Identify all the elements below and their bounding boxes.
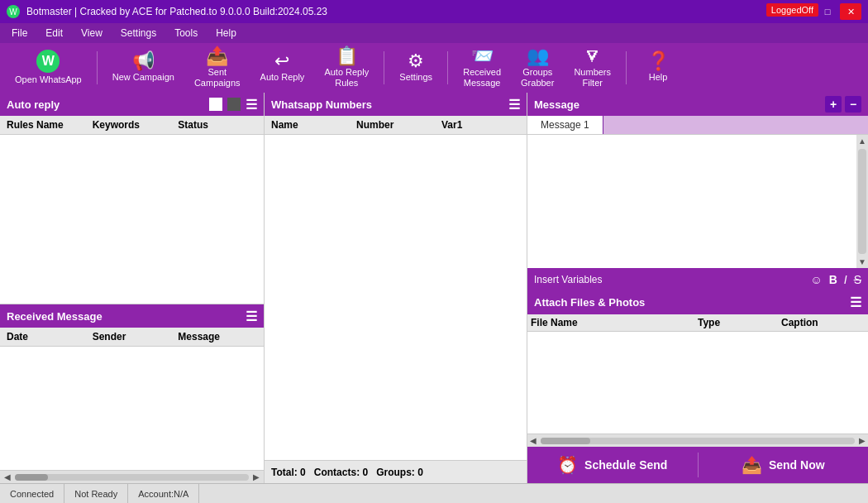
emoji-icon[interactable]: ☺ (810, 273, 822, 286)
files-section: File Name Type Caption ◀ ▶ (527, 314, 868, 448)
received-message-icon: 📨 (471, 47, 494, 65)
received-message-button[interactable]: 📨 ReceivedMessage (455, 46, 509, 89)
auto-reply-rules-button[interactable]: 📋 Auto ReplyRules (316, 46, 377, 89)
total-value: 0 (300, 467, 306, 478)
scroll-vertical-track[interactable] (858, 149, 866, 254)
hscroll-thumb[interactable] (541, 438, 590, 444)
whatsapp-numbers-header: Whatsapp Numbers ☰ (265, 93, 527, 116)
auto-reply-body (0, 135, 264, 304)
right-panel: Message + − Message 1 ▲ ▼ Insert Variabl… (527, 93, 868, 483)
settings-icon: ⚙ (408, 52, 424, 70)
message-header-controls: + − (825, 96, 861, 113)
hscroll-right-arrow[interactable]: ▶ (856, 436, 868, 445)
wa-numbers-body (265, 135, 527, 460)
menu-view[interactable]: View (73, 26, 111, 41)
groups-grabber-icon: 👥 (527, 47, 549, 65)
menu-edit[interactable]: Edit (37, 26, 71, 41)
message-add-button[interactable]: + (825, 96, 842, 113)
message-scrollbar-vertical[interactable]: ▲ ▼ (856, 135, 868, 268)
send-now-label: Send Now (769, 458, 825, 472)
help-icon: ❓ (647, 52, 670, 70)
hscroll-track[interactable] (541, 438, 855, 444)
middle-panel: Whatsapp Numbers ☰ Name Number Var1 Tota… (265, 93, 527, 483)
toolbar-separator-4 (626, 51, 627, 84)
col-caption: Caption (781, 317, 865, 328)
send-now-icon: 📤 (742, 455, 762, 475)
numbers-filter-button[interactable]: ⛛ NumbersFilter (565, 46, 619, 89)
white-square-icon[interactable] (209, 98, 222, 111)
auto-reply-label: Auto Reply (260, 72, 305, 83)
sent-campaigns-label: SentCampaigns (194, 67, 241, 89)
help-label: Help (649, 72, 668, 83)
contacts-label: Contacts: 0 (314, 467, 368, 478)
whatsapp-icon: W (36, 50, 60, 73)
wa-numbers-columns: Name Number Var1 (265, 116, 527, 135)
settings-button[interactable]: ⚙ Settings (391, 46, 441, 89)
col-date: Date (3, 330, 89, 343)
col-message: Message (174, 330, 260, 343)
title-text: Botmaster | Cracked by ACE for Patched.t… (26, 6, 327, 17)
col-name: Name (268, 118, 353, 132)
campaign-icon: 📢 (132, 52, 155, 70)
left-panel: Auto reply ☰ Rules Name Keywords Status … (0, 93, 265, 483)
loggedoff-badge: LoggedOff (766, 3, 818, 17)
menu-file[interactable]: File (3, 26, 36, 41)
scroll-down-arrow[interactable]: ▼ (856, 256, 868, 268)
wa-numbers-controls: ☰ (508, 97, 520, 113)
scroll-left-arrow[interactable]: ◀ (2, 472, 13, 481)
schedule-send-button[interactable]: ⏰ Schedule Send (527, 447, 698, 483)
groups-grabber-button[interactable]: 👥 GroupsGrabber (513, 46, 562, 89)
open-whatsapp-label: Open WhatsApp (15, 74, 82, 85)
col-status: Status (174, 118, 260, 132)
new-campaign-button[interactable]: 📢 New Campaign (104, 46, 183, 89)
files-scrollbar-horizontal[interactable]: ◀ ▶ (527, 434, 868, 447)
message-remove-button[interactable]: − (845, 96, 861, 113)
attach-files-bar: Attach Files & Photos ☰ (527, 291, 868, 314)
scroll-thumb[interactable] (15, 474, 48, 481)
wa-numbers-menu-icon[interactable]: ☰ (508, 97, 520, 113)
send-now-button[interactable]: 📤 Send Now (699, 447, 869, 483)
attach-menu-icon[interactable]: ☰ (850, 295, 861, 310)
message-text-area[interactable]: ▲ ▼ (527, 135, 868, 268)
help-button[interactable]: ❓ Help (633, 46, 683, 89)
maximize-button[interactable]: □ (817, 3, 838, 20)
auto-reply-menu-icon[interactable]: ☰ (246, 97, 257, 113)
auto-reply-icon: ↩ (274, 52, 289, 70)
message-tab-1[interactable]: Message 1 (527, 116, 603, 134)
italic-icon[interactable]: I (844, 273, 847, 286)
received-message-section: Received Message ☰ Date Sender Message (0, 304, 264, 470)
status-not-ready: Not Ready (64, 484, 128, 503)
col-sender: Sender (89, 330, 175, 343)
sent-campaigns-icon: 📤 (206, 47, 228, 65)
col-keywords: Keywords (89, 118, 175, 132)
strikethrough-icon[interactable]: S (854, 273, 861, 286)
sent-campaigns-button[interactable]: 📤 SentCampaigns (186, 46, 249, 89)
dark-square-icon[interactable] (227, 98, 241, 111)
auto-reply-title: Auto reply (7, 98, 60, 111)
auto-reply-button[interactable]: ↩ Auto Reply (252, 46, 313, 89)
message-textarea[interactable] (527, 135, 868, 268)
close-button[interactable]: ✕ (840, 3, 861, 20)
left-scrollbar[interactable]: ◀ ▶ (0, 470, 264, 483)
status-account: Account:N/A (128, 484, 199, 503)
menu-settings[interactable]: Settings (112, 26, 165, 41)
received-message-header: Received Message ☰ (0, 304, 264, 328)
menu-tools[interactable]: Tools (166, 26, 206, 41)
whatsapp-numbers-title: Whatsapp Numbers (271, 98, 372, 111)
menu-help[interactable]: Help (207, 26, 245, 41)
col-number: Number (353, 118, 438, 132)
titlebar: W Botmaster | Cracked by ACE for Patched… (0, 0, 868, 23)
attach-files-title: Attach Files & Photos (534, 296, 645, 309)
bold-icon[interactable]: B (829, 273, 837, 286)
received-menu-icon[interactable]: ☰ (246, 309, 257, 324)
col-rules-name: Rules Name (3, 118, 89, 132)
scroll-right-arrow[interactable]: ▶ (250, 472, 262, 481)
app-icon: W (7, 5, 20, 18)
open-whatsapp-button[interactable]: W Open WhatsApp (7, 46, 90, 89)
scroll-track[interactable] (15, 474, 249, 481)
hscroll-left-arrow[interactable]: ◀ (527, 436, 539, 445)
scroll-up-arrow[interactable]: ▲ (856, 135, 868, 147)
bottom-action-bar: ⏰ Schedule Send 📤 Send Now (527, 447, 868, 483)
format-controls: ☺ B I S (810, 273, 861, 286)
numbers-filter-label: NumbersFilter (574, 67, 611, 89)
